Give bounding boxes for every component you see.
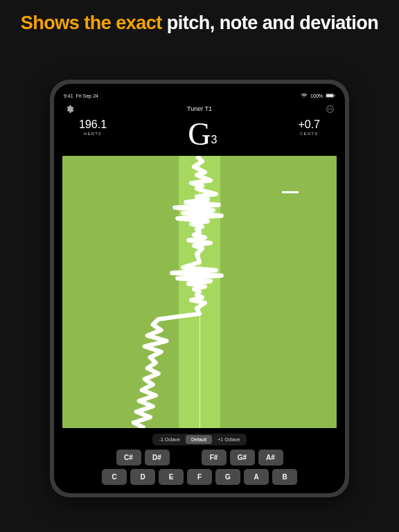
key-Gsharp[interactable]: G# (230, 450, 255, 466)
note-octave: 3 (211, 134, 217, 145)
octave-segment: -1 OctaveDefault+1 Octave (152, 434, 247, 445)
pitch-graph (62, 156, 337, 428)
title-bar: Tuner T1 (62, 99, 337, 116)
key-B[interactable]: B (272, 469, 297, 485)
keyboard-row-sharps: C#D#F#G#A# (116, 450, 283, 466)
svg-rect-1 (326, 94, 333, 96)
note-readout: G3 (188, 118, 217, 150)
key-G[interactable]: G (215, 469, 240, 485)
key-E[interactable]: E (159, 469, 184, 485)
app-title: Tuner T1 (187, 105, 212, 112)
status-time: 9:41 (64, 94, 73, 98)
octave-option-minus1-octave[interactable]: -1 Octave (154, 435, 186, 444)
status-date: Fri Sep 24 (76, 94, 98, 98)
cents-readout: +0.7 CENTS (298, 118, 320, 136)
key-Dsharp[interactable]: D# (145, 450, 170, 466)
gear-icon (65, 105, 74, 114)
controls: -1 OctaveDefault+1 Octave C#D#F#G#A# CDE… (62, 434, 337, 486)
note-keyboard: C#D#F#G#A# CDEFGAB (65, 450, 334, 485)
more-button[interactable] (324, 103, 335, 114)
key-D[interactable]: D (130, 469, 155, 485)
settings-button[interactable] (64, 103, 75, 114)
hertz-readout: 196.1 HERTZ (79, 118, 107, 136)
key-C[interactable]: C (102, 469, 127, 485)
octave-option-plus1-octave[interactable]: +1 Octave (212, 435, 245, 444)
svg-point-5 (329, 108, 330, 109)
key-A[interactable]: A (244, 469, 269, 485)
screen: 9:41 Fri Sep 24 100% Tuner T1 (54, 84, 345, 493)
svg-point-6 (331, 108, 332, 109)
hertz-label: HERTZ (79, 132, 107, 136)
promo-rest: pitch, note and deviation (162, 12, 379, 33)
cents-value: +0.7 (298, 118, 320, 131)
pitch-trace (62, 156, 337, 428)
status-bar: 9:41 Fri Sep 24 100% (62, 92, 337, 99)
octave-option-default[interactable]: Default (186, 435, 212, 444)
battery-icon (326, 93, 335, 99)
ellipsis-circle-icon (326, 105, 335, 114)
status-battery-pct: 100% (310, 94, 323, 98)
promo-highlight: Shows the exact (21, 12, 162, 33)
readouts: 196.1 HERTZ G3 +0.7 CENTS (62, 116, 337, 154)
svg-rect-2 (335, 94, 335, 96)
keyboard-row-naturals: CDEFGAB (102, 469, 297, 485)
key-Csharp[interactable]: C# (116, 450, 141, 466)
key-F[interactable]: F (187, 469, 212, 485)
hertz-value: 196.1 (79, 118, 107, 131)
promo-headline: Shows the exact pitch, note and deviatio… (0, 0, 399, 34)
svg-point-4 (328, 108, 328, 109)
key-Asharp[interactable]: A# (258, 450, 283, 466)
cents-label: CENTS (298, 132, 320, 136)
wifi-icon (301, 93, 308, 99)
tablet-frame: 9:41 Fri Sep 24 100% Tuner T1 (50, 80, 349, 497)
note-letter: G (188, 116, 211, 152)
key-Fsharp[interactable]: F# (202, 450, 227, 466)
